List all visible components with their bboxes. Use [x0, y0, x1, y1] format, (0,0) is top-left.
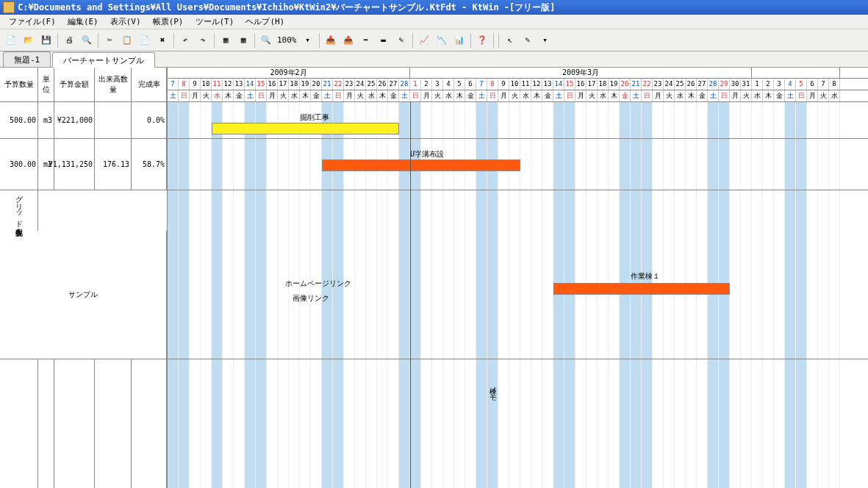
day-weekday: 木	[609, 90, 620, 101]
day-weekday: 日	[564, 90, 575, 101]
menu-file[interactable]: ファイル(F)	[3, 15, 62, 29]
zoom-dropdown[interactable]: ▾	[300, 32, 316, 49]
day-weekday: 月	[653, 90, 664, 101]
menu-report[interactable]: 帳票(P)	[147, 15, 190, 29]
left-header: 予算数量 単位 予算金額 出来高数量 完成率	[0, 68, 167, 102]
new-button[interactable]: 📄	[3, 32, 19, 49]
day-number: 16	[575, 79, 587, 90]
day-number: 26	[377, 79, 388, 90]
day-number: 11	[520, 79, 531, 90]
paste-button[interactable]: 📄	[137, 32, 153, 49]
day-weekday: 水	[829, 90, 840, 101]
day-weekday: 日	[719, 90, 730, 101]
menu-help[interactable]: ヘルプ(H)	[240, 15, 290, 29]
month-header: 2009年2月	[168, 68, 410, 78]
tool-dropdown[interactable]: ▾	[537, 32, 553, 49]
day-number: 2	[763, 79, 774, 90]
toolbar: 📄 📂 💾 🖨 🔍 ✂ 📋 📄 ✖ ↶ ↷ ▦ ▦ 🔍 100% ▾ 📥 📤 ➡…	[0, 29, 868, 51]
zoom-out-button[interactable]: 🔍	[258, 32, 274, 49]
day-weekday: 水	[675, 90, 686, 101]
day-weekday: 火	[741, 90, 752, 101]
chart1-button[interactable]: 📈	[416, 32, 432, 49]
day-number: 23	[653, 79, 664, 90]
day-weekday: 火	[355, 90, 366, 101]
gantt-row[interactable]: 棟メモ	[168, 359, 868, 488]
day-weekday: 火	[509, 90, 520, 101]
open-button[interactable]: 📂	[21, 32, 37, 49]
day-weekday: 月	[421, 90, 432, 101]
copy-button[interactable]: 📋	[119, 32, 135, 49]
day-number: 5	[454, 79, 465, 90]
day-weekday: 金	[697, 90, 708, 101]
day-number: 15	[564, 79, 575, 90]
memo-label: 棟メモ	[487, 381, 498, 398]
data-row: 300.00 m2 ¥1,131,250 176.13 58.7%	[0, 139, 167, 190]
day-number: 27	[697, 79, 708, 90]
gantt-body[interactable]: 掘削工事U字溝布設作業棟１ホームページリンク画像リンク棟メモ	[168, 102, 868, 488]
day-weekday: 土	[631, 90, 642, 101]
chart2-button[interactable]: 📉	[434, 32, 450, 49]
day-number: 17	[278, 79, 289, 90]
export-button[interactable]: 📤	[340, 32, 356, 49]
chart3-button[interactable]: 📊	[451, 32, 467, 49]
day-weekday: 水	[443, 90, 454, 101]
day-number: 4	[443, 79, 454, 90]
gantt-row[interactable]: 掘削工事	[168, 102, 868, 139]
day-number: 7	[168, 79, 179, 90]
tab-untitled[interactable]: 無題-1	[3, 51, 51, 67]
highlight-button[interactable]: ✎	[520, 32, 536, 49]
day-number: 25	[366, 79, 377, 90]
gantt-bar-label: U字溝布設	[410, 149, 444, 159]
header-unit: 単位	[38, 68, 54, 101]
bar-button[interactable]: ▬	[376, 32, 392, 49]
link-button[interactable]: ➡	[358, 32, 374, 49]
grid2-button[interactable]: ▦	[235, 32, 251, 49]
workspace: 予算数量 単位 予算金額 出来高数量 完成率 500.00 m3 ¥221,00…	[0, 68, 868, 488]
menu-view[interactable]: 表示(V)	[104, 15, 147, 29]
day-number: 21	[631, 79, 642, 90]
day-weekday: 土	[322, 90, 333, 101]
import-button[interactable]: 📥	[323, 32, 339, 49]
homepage-link-label[interactable]: ホームページリンク	[285, 279, 351, 289]
gantt-bar-label: 掘削工事	[300, 112, 329, 123]
day-number: 14	[553, 79, 564, 90]
day-number: 3	[774, 79, 785, 90]
header-budget: 予算金額	[54, 68, 95, 101]
redo-button[interactable]: ↷	[195, 32, 211, 49]
preview-button[interactable]: 🔍	[79, 32, 95, 49]
gantt-row[interactable]: 作業棟１ホームページリンク画像リンク	[168, 190, 868, 359]
cell-pct: 58.7%	[132, 139, 167, 190]
menu-edit[interactable]: 編集(E)	[62, 15, 104, 29]
save-button[interactable]: 💾	[38, 32, 54, 49]
cut-button[interactable]: ✂	[101, 32, 118, 49]
day-number: 9	[190, 79, 201, 90]
image-link-label[interactable]: 画像リンク	[293, 293, 329, 304]
cell-pct: 0.0%	[132, 102, 167, 138]
calendar-days: 7891011121314151617181920212223242526272…	[168, 79, 868, 90]
edit-button[interactable]: ✎	[393, 32, 409, 49]
gantt-panel[interactable]: 2009年2月2009年3月 7891011121314151617181920…	[168, 68, 868, 488]
cell-budget: ¥1,131,250	[54, 139, 95, 190]
day-weekday: 火	[664, 90, 675, 101]
day-number: 19	[609, 79, 620, 90]
cursor-button[interactable]: ↖	[502, 32, 518, 49]
app-icon	[3, 1, 15, 13]
day-weekday: 火	[818, 90, 829, 101]
gantt-row[interactable]: U字溝布設	[168, 139, 868, 190]
gantt-bar[interactable]	[553, 283, 730, 295]
grid-button[interactable]: ▦	[218, 32, 234, 49]
gantt-bar[interactable]	[322, 159, 520, 171]
day-weekday: 月	[344, 90, 355, 101]
print-button[interactable]: 🖨	[61, 32, 77, 49]
day-weekday: 月	[807, 90, 818, 101]
day-weekday: 土	[399, 90, 410, 101]
grid-center-label: グリッド中央配置１	[14, 190, 24, 231]
cell-qty: 500.00	[0, 102, 38, 138]
menu-tool[interactable]: ツール(T)	[190, 15, 240, 29]
tab-barchart-sample[interactable]: バーチャートサンプル	[52, 52, 155, 68]
gantt-bar[interactable]	[212, 123, 399, 134]
zoom-level: 100%	[276, 35, 298, 45]
delete-button[interactable]: ✖	[154, 32, 171, 49]
help-button[interactable]: ❓	[474, 32, 490, 49]
undo-button[interactable]: ↶	[177, 32, 193, 49]
